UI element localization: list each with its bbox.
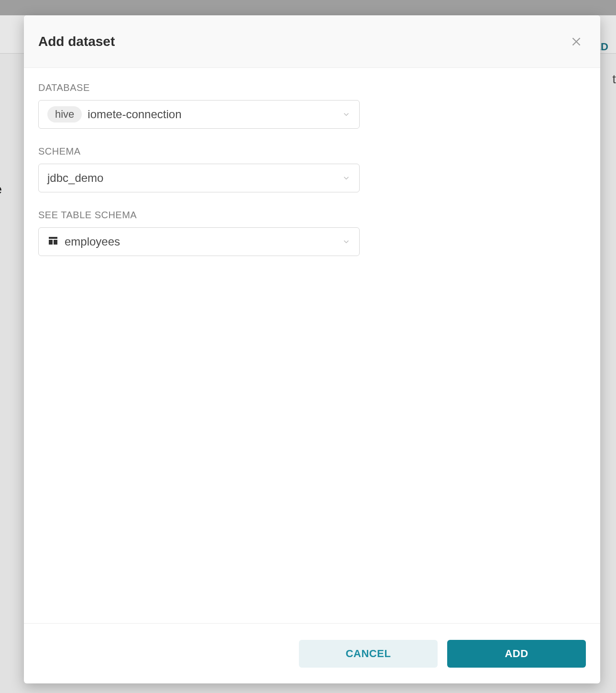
table-select[interactable]: employees — [38, 227, 360, 256]
database-field: DATABASE hive iomete-connection — [38, 82, 360, 129]
table-field: SEE TABLE SCHEMA employees — [38, 210, 360, 256]
schema-field: SCHEMA jdbc_demo — [38, 146, 360, 192]
database-engine-tag: hive — [47, 106, 82, 123]
database-value: iomete-connection — [88, 108, 181, 121]
bg-topbar — [0, 0, 616, 15]
modal-header: Add dataset — [24, 15, 600, 68]
close-button[interactable] — [567, 32, 586, 51]
chevron-down-icon — [342, 110, 351, 119]
table-icon — [47, 235, 59, 248]
schema-label: SCHEMA — [38, 146, 360, 157]
close-icon — [570, 35, 583, 48]
add-dataset-modal: Add dataset DATABASE hive iomete-connect… — [24, 15, 600, 683]
bg-hint-sideleft: oase — [0, 182, 2, 197]
modal-footer: CANCEL ADD — [24, 623, 600, 683]
cancel-button[interactable]: CANCEL — [299, 640, 438, 668]
schema-select[interactable]: jdbc_demo — [38, 164, 360, 192]
bg-hint-right: t or — [612, 72, 616, 87]
modal-title: Add dataset — [38, 34, 115, 49]
chevron-down-icon — [342, 237, 351, 246]
schema-value: jdbc_demo — [47, 171, 103, 185]
database-label: DATABASE — [38, 82, 360, 93]
database-select[interactable]: hive iomete-connection — [38, 100, 360, 129]
table-label: SEE TABLE SCHEMA — [38, 210, 360, 221]
modal-body: DATABASE hive iomete-connection SCHEMA j… — [24, 68, 600, 623]
chevron-down-icon — [342, 174, 351, 182]
table-value: employees — [65, 235, 120, 248]
add-button[interactable]: ADD — [447, 640, 586, 668]
